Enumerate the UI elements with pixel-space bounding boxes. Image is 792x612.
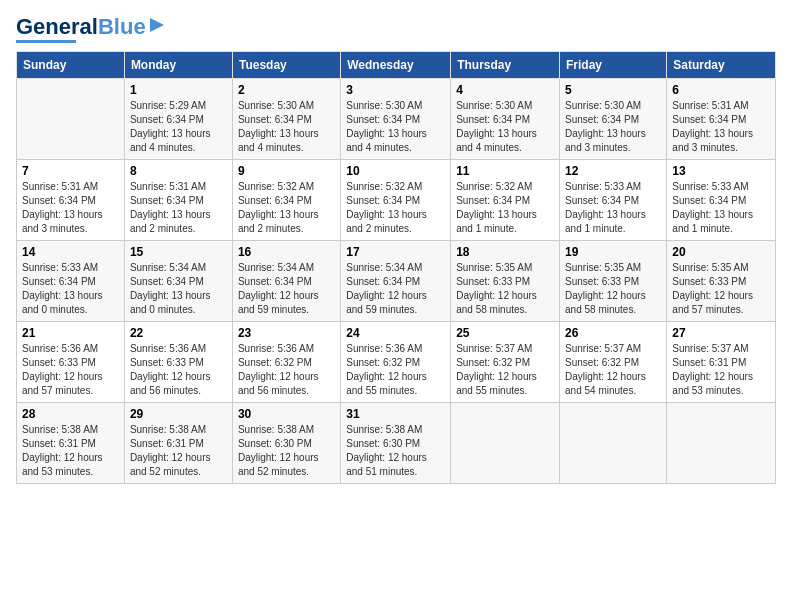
day-number: 12: [565, 164, 661, 178]
day-number: 17: [346, 245, 445, 259]
logo-underline: [16, 40, 76, 43]
week-row-2: 7Sunrise: 5:31 AM Sunset: 6:34 PM Daylig…: [17, 160, 776, 241]
day-info: Sunrise: 5:35 AM Sunset: 6:33 PM Dayligh…: [456, 261, 554, 317]
calendar-cell: 23Sunrise: 5:36 AM Sunset: 6:32 PM Dayli…: [232, 322, 340, 403]
day-number: 30: [238, 407, 335, 421]
day-number: 10: [346, 164, 445, 178]
calendar-cell: 30Sunrise: 5:38 AM Sunset: 6:30 PM Dayli…: [232, 403, 340, 484]
day-info: Sunrise: 5:29 AM Sunset: 6:34 PM Dayligh…: [130, 99, 227, 155]
day-header-friday: Friday: [560, 52, 667, 79]
calendar-cell: 27Sunrise: 5:37 AM Sunset: 6:31 PM Dayli…: [667, 322, 776, 403]
day-header-sunday: Sunday: [17, 52, 125, 79]
day-number: 27: [672, 326, 770, 340]
calendar-cell: [17, 79, 125, 160]
week-row-3: 14Sunrise: 5:33 AM Sunset: 6:34 PM Dayli…: [17, 241, 776, 322]
day-number: 20: [672, 245, 770, 259]
week-row-4: 21Sunrise: 5:36 AM Sunset: 6:33 PM Dayli…: [17, 322, 776, 403]
day-number: 16: [238, 245, 335, 259]
day-info: Sunrise: 5:36 AM Sunset: 6:32 PM Dayligh…: [346, 342, 445, 398]
day-number: 7: [22, 164, 119, 178]
logo-text: GeneralBlue: [16, 16, 146, 38]
week-row-5: 28Sunrise: 5:38 AM Sunset: 6:31 PM Dayli…: [17, 403, 776, 484]
calendar-cell: 3Sunrise: 5:30 AM Sunset: 6:34 PM Daylig…: [341, 79, 451, 160]
day-number: 22: [130, 326, 227, 340]
day-number: 9: [238, 164, 335, 178]
day-info: Sunrise: 5:32 AM Sunset: 6:34 PM Dayligh…: [238, 180, 335, 236]
day-number: 26: [565, 326, 661, 340]
day-header-saturday: Saturday: [667, 52, 776, 79]
page-header: GeneralBlue: [16, 16, 776, 43]
calendar-table: SundayMondayTuesdayWednesdayThursdayFrid…: [16, 51, 776, 484]
day-info: Sunrise: 5:33 AM Sunset: 6:34 PM Dayligh…: [672, 180, 770, 236]
day-header-monday: Monday: [124, 52, 232, 79]
day-info: Sunrise: 5:30 AM Sunset: 6:34 PM Dayligh…: [456, 99, 554, 155]
day-number: 14: [22, 245, 119, 259]
day-number: 18: [456, 245, 554, 259]
calendar-cell: 20Sunrise: 5:35 AM Sunset: 6:33 PM Dayli…: [667, 241, 776, 322]
day-number: 1: [130, 83, 227, 97]
day-number: 19: [565, 245, 661, 259]
day-info: Sunrise: 5:33 AM Sunset: 6:34 PM Dayligh…: [22, 261, 119, 317]
calendar-cell: 2Sunrise: 5:30 AM Sunset: 6:34 PM Daylig…: [232, 79, 340, 160]
calendar-cell: 10Sunrise: 5:32 AM Sunset: 6:34 PM Dayli…: [341, 160, 451, 241]
day-number: 28: [22, 407, 119, 421]
logo: GeneralBlue: [16, 16, 166, 43]
calendar-cell: 21Sunrise: 5:36 AM Sunset: 6:33 PM Dayli…: [17, 322, 125, 403]
day-number: 15: [130, 245, 227, 259]
day-info: Sunrise: 5:38 AM Sunset: 6:31 PM Dayligh…: [130, 423, 227, 479]
day-number: 24: [346, 326, 445, 340]
calendar-cell: 13Sunrise: 5:33 AM Sunset: 6:34 PM Dayli…: [667, 160, 776, 241]
day-info: Sunrise: 5:35 AM Sunset: 6:33 PM Dayligh…: [672, 261, 770, 317]
calendar-cell: 7Sunrise: 5:31 AM Sunset: 6:34 PM Daylig…: [17, 160, 125, 241]
day-number: 29: [130, 407, 227, 421]
day-info: Sunrise: 5:30 AM Sunset: 6:34 PM Dayligh…: [238, 99, 335, 155]
day-info: Sunrise: 5:30 AM Sunset: 6:34 PM Dayligh…: [565, 99, 661, 155]
calendar-cell: 1Sunrise: 5:29 AM Sunset: 6:34 PM Daylig…: [124, 79, 232, 160]
calendar-cell: 31Sunrise: 5:38 AM Sunset: 6:30 PM Dayli…: [341, 403, 451, 484]
day-header-wednesday: Wednesday: [341, 52, 451, 79]
day-info: Sunrise: 5:33 AM Sunset: 6:34 PM Dayligh…: [565, 180, 661, 236]
day-info: Sunrise: 5:31 AM Sunset: 6:34 PM Dayligh…: [672, 99, 770, 155]
calendar-cell: 25Sunrise: 5:37 AM Sunset: 6:32 PM Dayli…: [451, 322, 560, 403]
day-number: 6: [672, 83, 770, 97]
day-info: Sunrise: 5:31 AM Sunset: 6:34 PM Dayligh…: [22, 180, 119, 236]
day-info: Sunrise: 5:38 AM Sunset: 6:31 PM Dayligh…: [22, 423, 119, 479]
day-number: 21: [22, 326, 119, 340]
day-number: 3: [346, 83, 445, 97]
day-info: Sunrise: 5:35 AM Sunset: 6:33 PM Dayligh…: [565, 261, 661, 317]
day-number: 5: [565, 83, 661, 97]
day-info: Sunrise: 5:31 AM Sunset: 6:34 PM Dayligh…: [130, 180, 227, 236]
calendar-cell: 11Sunrise: 5:32 AM Sunset: 6:34 PM Dayli…: [451, 160, 560, 241]
calendar-cell: 15Sunrise: 5:34 AM Sunset: 6:34 PM Dayli…: [124, 241, 232, 322]
calendar-cell: 18Sunrise: 5:35 AM Sunset: 6:33 PM Dayli…: [451, 241, 560, 322]
day-number: 2: [238, 83, 335, 97]
day-info: Sunrise: 5:34 AM Sunset: 6:34 PM Dayligh…: [346, 261, 445, 317]
day-info: Sunrise: 5:37 AM Sunset: 6:31 PM Dayligh…: [672, 342, 770, 398]
logo-arrow-icon: [148, 16, 166, 34]
calendar-cell: 16Sunrise: 5:34 AM Sunset: 6:34 PM Dayli…: [232, 241, 340, 322]
day-header-tuesday: Tuesday: [232, 52, 340, 79]
calendar-cell: 14Sunrise: 5:33 AM Sunset: 6:34 PM Dayli…: [17, 241, 125, 322]
day-header-thursday: Thursday: [451, 52, 560, 79]
calendar-cell: [667, 403, 776, 484]
calendar-cell: 6Sunrise: 5:31 AM Sunset: 6:34 PM Daylig…: [667, 79, 776, 160]
day-info: Sunrise: 5:34 AM Sunset: 6:34 PM Dayligh…: [130, 261, 227, 317]
day-info: Sunrise: 5:36 AM Sunset: 6:33 PM Dayligh…: [22, 342, 119, 398]
calendar-cell: 5Sunrise: 5:30 AM Sunset: 6:34 PM Daylig…: [560, 79, 667, 160]
day-info: Sunrise: 5:32 AM Sunset: 6:34 PM Dayligh…: [346, 180, 445, 236]
calendar-cell: 9Sunrise: 5:32 AM Sunset: 6:34 PM Daylig…: [232, 160, 340, 241]
day-number: 25: [456, 326, 554, 340]
calendar-cell: 26Sunrise: 5:37 AM Sunset: 6:32 PM Dayli…: [560, 322, 667, 403]
calendar-cell: [451, 403, 560, 484]
day-number: 13: [672, 164, 770, 178]
day-info: Sunrise: 5:34 AM Sunset: 6:34 PM Dayligh…: [238, 261, 335, 317]
calendar-cell: 19Sunrise: 5:35 AM Sunset: 6:33 PM Dayli…: [560, 241, 667, 322]
day-number: 4: [456, 83, 554, 97]
calendar-cell: 29Sunrise: 5:38 AM Sunset: 6:31 PM Dayli…: [124, 403, 232, 484]
calendar-cell: 24Sunrise: 5:36 AM Sunset: 6:32 PM Dayli…: [341, 322, 451, 403]
calendar-cell: 8Sunrise: 5:31 AM Sunset: 6:34 PM Daylig…: [124, 160, 232, 241]
svg-marker-0: [150, 18, 164, 32]
calendar-cell: 17Sunrise: 5:34 AM Sunset: 6:34 PM Dayli…: [341, 241, 451, 322]
day-info: Sunrise: 5:36 AM Sunset: 6:33 PM Dayligh…: [130, 342, 227, 398]
day-number: 23: [238, 326, 335, 340]
